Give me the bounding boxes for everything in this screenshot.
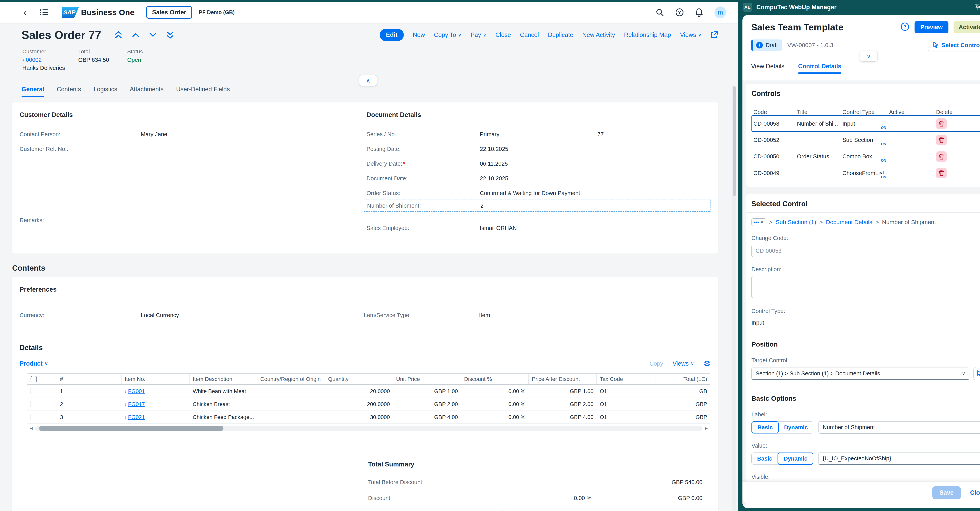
row-checkbox[interactable] [30,401,31,407]
tab-view-details[interactable]: View Details [751,63,784,74]
item-no-link[interactable]: FG001 [128,388,145,394]
breadcrumb: •••∨ > Sub Section (1) > Document Detail… [751,219,980,226]
duplicate-button[interactable]: Duplicate [548,31,573,38]
main-scrollbar-thumb[interactable] [733,86,736,196]
total-summary: Total Summary Total Before Discount: GBP… [368,461,702,511]
contact-person-label: Contact Person: [20,131,141,137]
table-row[interactable]: 3 ›FG021 Chicken Feed Package... 30.0000… [27,411,710,424]
customer-code-link[interactable]: 00002 [26,57,42,63]
copy-button[interactable]: Copy [649,360,663,367]
toggle-on-label: ON [879,141,888,148]
target-control-select[interactable]: Section (1) > Sub Section (1) > Document… [751,367,969,380]
close-button[interactable]: Close [495,31,511,38]
scrollbar-track[interactable] [35,426,702,431]
tab-general[interactable]: General [22,86,44,97]
shipment-field-highlight[interactable]: Number of Shipment: 2 [364,200,711,212]
value-basic-segment[interactable]: Basic [752,453,778,465]
table-views-dropdown[interactable]: Views∨ [673,360,694,367]
select-control-button[interactable]: Select Control [928,39,980,51]
delete-control-button[interactable] [936,151,947,162]
change-code-input[interactable] [751,245,980,257]
copy-to-button[interactable]: Copy To∨ [434,31,461,38]
row-checkbox[interactable] [30,414,31,420]
delete-control-button[interactable] [936,135,947,145]
help-icon[interactable]: ? [675,8,684,17]
draft-label: Draft [765,42,778,48]
control-row[interactable]: CD-00049 ChooseFromList ON [751,165,980,181]
first-record-icon[interactable] [115,31,122,39]
tab-user-defined-fields[interactable]: User-Defined Fields [176,86,230,97]
control-row-selected[interactable]: CD-00053 Number of Shi... Input ON [751,115,980,132]
tab-control-details[interactable]: Control Details [798,63,841,74]
value-value-input[interactable] [818,452,980,465]
row-checkbox[interactable] [30,388,31,394]
views-button[interactable]: Views∨ [680,31,702,38]
delete-control-button[interactable] [936,118,947,129]
pay-button[interactable]: Pay∨ [471,31,487,38]
document-chip[interactable]: Sales Order [146,6,192,19]
label-dynamic-segment[interactable]: Dynamic [778,422,813,433]
user-avatar[interactable]: m [714,6,726,18]
sales-employee-value: Ismail ORHAN [480,225,517,232]
panel-footer: Save Close [743,482,980,503]
share-icon[interactable] [711,30,718,39]
unpin-icon[interactable] [974,3,980,11]
new-button[interactable]: New [413,31,425,38]
delete-control-button[interactable] [936,168,947,178]
pick-target-button[interactable] [973,367,980,380]
footer-close-button[interactable]: Close [970,489,980,496]
select-all-checkbox[interactable] [30,376,37,382]
item-unit-price: GBP 2.00 [393,401,461,407]
customer-details-column: Customer Details Contact Person: Mary Ja… [20,111,366,232]
description-textarea[interactable] [751,276,980,298]
preview-button[interactable]: Preview [915,21,948,34]
edit-button[interactable]: Edit [380,29,404,41]
collapse-header-button[interactable]: ∧ [359,75,377,86]
label-value-input[interactable] [818,421,980,433]
total-summary-heading: Total Summary [368,461,702,468]
tab-logistics[interactable]: Logistics [94,86,118,97]
order-summary: Customer ›00002 Hanks Deliveries Total G… [22,48,718,71]
previous-record-icon[interactable] [132,33,139,37]
visible-option-label: Visible: [751,474,980,480]
relationship-map-button[interactable]: Relationship Map [624,31,671,38]
item-no-link[interactable]: FG017 [128,401,145,407]
table-settings-gear-icon[interactable]: ⚙ [703,360,711,367]
breadcrumb-link[interactable]: Document Details [826,219,872,225]
breadcrumb-menu-button[interactable]: •••∨ [751,219,766,226]
col-control-type: Control Type [842,109,889,115]
breadcrumb-link[interactable]: Sub Section (1) [776,219,816,225]
scroll-right-icon[interactable]: ► [702,426,710,431]
next-record-icon[interactable] [150,33,156,37]
panel-help-icon[interactable]: ? [900,22,910,32]
panel-collapse-button[interactable]: ∨ [860,51,878,62]
scrollbar-thumb[interactable] [39,426,223,431]
label-basic-segment[interactable]: Basic [751,421,779,433]
document-date-label: Document Date: [366,175,480,182]
control-code: CD-00052 [753,137,797,143]
selected-control-heading: Selected Control [751,200,808,208]
control-row[interactable]: CD-00050 Order Status Combo Box ON [751,149,980,165]
product-dropdown[interactable]: Product∨ [20,360,48,367]
panel-body: Controls Code Title Control Type Active … [743,80,980,508]
chevron-up-icon: ∧ [366,77,370,84]
new-activity-button[interactable]: New Activity [582,31,615,38]
cancel-button[interactable]: Cancel [520,31,539,38]
menu-list-icon[interactable] [40,9,48,16]
tab-attachments[interactable]: Attachments [130,86,164,97]
table-row[interactable]: 1 ›FG001 White Bean with Meat 20.0000 GB… [27,385,710,398]
activate-button[interactable]: Activate [953,21,980,34]
last-record-icon[interactable] [167,31,173,39]
save-button[interactable]: Save [932,486,961,499]
value-dynamic-segment[interactable]: Dynamic [778,452,813,465]
table-row[interactable]: 2 ›FG017 Chicken Breast 200.0000 GBP 2.0… [27,398,710,411]
control-row[interactable]: CD-00052 Sub Section ON [751,132,980,149]
main-scrollbar[interactable] [732,85,736,511]
tab-contents[interactable]: Contents [57,86,81,97]
scroll-left-icon[interactable]: ◄ [27,426,35,431]
divider [746,102,980,102]
search-icon[interactable] [655,8,664,16]
item-no-link[interactable]: FG021 [128,414,145,420]
bell-icon[interactable] [695,8,703,17]
back-icon[interactable]: ‹ [24,7,27,18]
